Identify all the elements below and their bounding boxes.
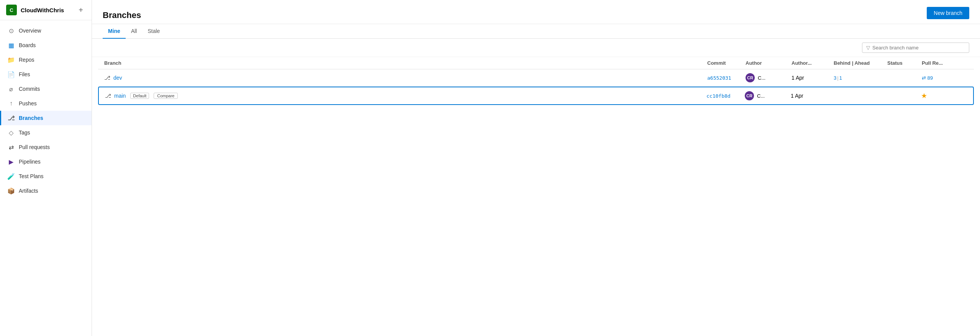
sidebar-item-artifacts[interactable]: 📦 Artifacts — [0, 184, 92, 198]
authored-date-cell: 1 Apr — [791, 93, 833, 99]
commit-link[interactable]: cc10fb8d — [706, 93, 731, 99]
files-icon: 📄 — [7, 70, 15, 78]
tabs-row: MineAllStale — [92, 24, 980, 39]
search-row: ▽ — [92, 39, 980, 57]
sidebar-item-label: Branches — [19, 115, 43, 121]
branch-link[interactable]: main — [114, 93, 126, 99]
author-avatar: CR — [746, 73, 755, 82]
compare-button[interactable]: Compare — [154, 93, 178, 99]
branch-icon: ⎇ — [105, 93, 111, 99]
table-row: ⎇ deva6552031CRC...1 Apr3|1⇄ 89 — [98, 69, 974, 87]
commits-icon: ⌀ — [7, 85, 15, 93]
sidebar: C CloudWithChris + ⊙ Overview ▦ Boards 📁… — [0, 0, 92, 336]
artifacts-icon: 📦 — [7, 187, 15, 195]
new-branch-button[interactable]: New branch — [927, 7, 969, 19]
branches-icon: ⎇ — [7, 114, 15, 122]
behind-link[interactable]: 3 — [834, 75, 836, 81]
sidebar-item-label: Pull requests — [19, 144, 50, 150]
table-header-cell: Status — [887, 60, 922, 66]
sidebar-item-commits[interactable]: ⌀ Commits — [0, 82, 92, 96]
sidebar-item-label: Overview — [19, 28, 41, 34]
search-box: ▽ — [862, 43, 969, 53]
repos-icon: 📁 — [7, 56, 15, 64]
table-header-cell: Author — [746, 60, 792, 66]
sidebar-item-overview[interactable]: ⊙ Overview — [0, 23, 92, 38]
boards-icon: ▦ — [7, 41, 15, 49]
author-avatar: CR — [745, 91, 754, 100]
pull-request-link[interactable]: ⇄ 89 — [922, 75, 968, 81]
test-plans-icon: 🧪 — [7, 172, 15, 180]
default-badge: Default — [130, 93, 149, 99]
org-avatar: C — [6, 5, 17, 15]
commit-link[interactable]: a6552031 — [707, 75, 731, 81]
table-header-cell: Pull Re... — [922, 60, 968, 66]
overview-icon: ⊙ — [7, 27, 15, 34]
pull-request-cell: ⇄ 89 — [922, 75, 968, 81]
tags-icon: ◇ — [7, 129, 15, 136]
sidebar-item-boards[interactable]: ▦ Boards — [0, 38, 92, 52]
org-title: CloudWithChris — [21, 7, 64, 13]
sidebar-item-label: Files — [19, 71, 30, 77]
pushes-icon: ↑ — [7, 100, 15, 107]
tab-stale[interactable]: Stale — [142, 24, 165, 39]
table-header-cell: Author... — [792, 60, 834, 66]
table-header-cell: Commit — [707, 60, 746, 66]
search-input[interactable] — [872, 45, 965, 51]
table-header: BranchCommitAuthorAuthor...Behind | Ahea… — [98, 57, 974, 69]
commit-cell: a6552031 — [707, 75, 746, 81]
sidebar-item-label: Pipelines — [19, 159, 41, 165]
sidebar-item-label: Artifacts — [19, 188, 38, 194]
divider: | — [837, 75, 838, 81]
sidebar-nav: ⊙ Overview ▦ Boards 📁 Repos 📄 Files ⌀ Co… — [0, 20, 92, 336]
branches-table: BranchCommitAuthorAuthor...Behind | Ahea… — [92, 57, 980, 336]
pipelines-icon: ▶ — [7, 158, 15, 166]
author-cell: CRC... — [746, 73, 792, 82]
branch-link[interactable]: dev — [113, 75, 122, 81]
sidebar-item-label: Boards — [19, 42, 36, 48]
commit-cell: cc10fb8d — [706, 93, 745, 99]
add-button[interactable]: + — [76, 5, 85, 15]
sidebar-item-pipelines[interactable]: ▶ Pipelines — [0, 154, 92, 169]
authored-date-cell: 1 Apr — [792, 75, 834, 81]
table-body: ⎇ deva6552031CRC...1 Apr3|1⇄ 89⎇ mainDef… — [98, 69, 974, 105]
sidebar-item-repos[interactable]: 📁 Repos — [0, 52, 92, 67]
sidebar-header: C CloudWithChris + — [0, 0, 92, 20]
ahead-link[interactable]: 1 — [839, 75, 842, 81]
filter-icon: ▽ — [866, 45, 870, 51]
sidebar-item-label: Pushes — [19, 100, 37, 107]
author-name: C... — [757, 93, 765, 99]
branch-cell: ⎇ mainDefaultCompare — [105, 93, 706, 99]
table-header-cell: Branch — [104, 60, 707, 66]
sidebar-item-branches[interactable]: ⎇ Branches — [0, 111, 92, 125]
tab-mine[interactable]: Mine — [103, 24, 126, 39]
sidebar-item-tags[interactable]: ◇ Tags — [0, 125, 92, 140]
favorite-star-icon[interactable]: ★ — [921, 92, 927, 100]
sidebar-item-label: Repos — [19, 57, 34, 63]
branch-icon: ⎇ — [104, 75, 110, 81]
sidebar-item-label: Tags — [19, 129, 30, 136]
behind-ahead-cell: 3|1 — [834, 75, 887, 81]
sidebar-item-pull-requests[interactable]: ⇄ Pull requests — [0, 140, 92, 154]
main-content: Branches New branch MineAllStale ▽ Branc… — [92, 0, 980, 336]
pull-request-cell: ★ — [921, 92, 967, 100]
sidebar-item-files[interactable]: 📄 Files — [0, 67, 92, 82]
author-cell: CRC... — [745, 91, 791, 100]
sidebar-item-label: Test Plans — [19, 173, 44, 179]
table-header-cell: Behind | Ahead — [834, 60, 887, 66]
page-title: Branches — [103, 10, 141, 20]
tab-all[interactable]: All — [126, 24, 143, 39]
pull-requests-icon: ⇄ — [7, 143, 15, 151]
org-name[interactable]: C CloudWithChris — [6, 5, 64, 15]
sidebar-item-label: Commits — [19, 86, 40, 92]
page-header: Branches New branch — [92, 0, 980, 24]
sidebar-item-test-plans[interactable]: 🧪 Test Plans — [0, 169, 92, 184]
table-row: ⎇ mainDefaultComparecc10fb8dCRC...1 Apr★ — [98, 87, 974, 105]
author-name: C... — [758, 75, 765, 81]
sidebar-item-pushes[interactable]: ↑ Pushes — [0, 96, 92, 111]
branch-cell: ⎇ dev — [104, 75, 707, 81]
